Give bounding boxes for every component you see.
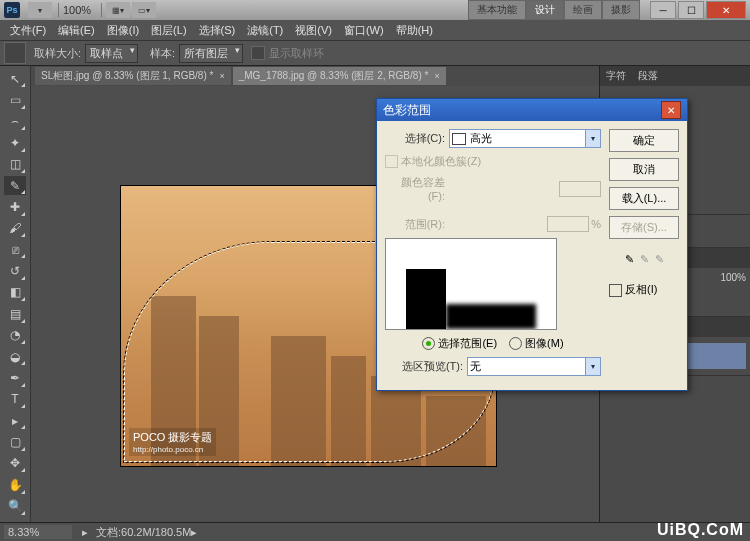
watermark: POCO 摄影专题http://photo.poco.cn bbox=[129, 428, 216, 456]
load-button[interactable]: 载入(L)... bbox=[609, 187, 679, 210]
save-button: 存储(S)... bbox=[609, 216, 679, 239]
blur-tool[interactable]: ◔ bbox=[4, 326, 26, 345]
mode-essentials[interactable]: 基本功能 bbox=[468, 0, 526, 20]
eyedropper-minus-icon[interactable]: ✎ bbox=[655, 253, 664, 266]
document-tabs: SL柜图.jpg @ 8.33% (图层 1, RGB/8) *× _MG_17… bbox=[31, 66, 599, 86]
gradient-tool[interactable]: ▤ bbox=[4, 304, 26, 323]
dodge-tool[interactable]: ◒ bbox=[4, 347, 26, 366]
quick-select-tool[interactable]: ✦ bbox=[4, 133, 26, 152]
mode-design[interactable]: 设计 bbox=[526, 0, 564, 20]
path-select-tool[interactable]: ▸ bbox=[4, 411, 26, 430]
show-ring-label: 显示取样环 bbox=[269, 46, 324, 61]
color-range-dialog: 色彩范围 ✕ 选择(C): 高光▾ 本地化颜色簇(Z) 颜色容差(F): 范围(… bbox=[376, 98, 688, 391]
workspace-switcher: 基本功能 设计 绘画 摄影 bbox=[468, 0, 640, 20]
selection-preview bbox=[385, 238, 557, 330]
move-tool[interactable]: ↖ bbox=[4, 69, 26, 88]
status-bar: 8.33% ▸ 文档:60.2M/180.5M▸ bbox=[0, 522, 750, 541]
sample-combo[interactable]: 所有图层 bbox=[179, 44, 243, 63]
app-logo: Ps bbox=[4, 2, 20, 18]
doc-tab-1[interactable]: SL柜图.jpg @ 8.33% (图层 1, RGB/8) *× bbox=[35, 67, 231, 85]
radio-image[interactable] bbox=[509, 337, 522, 350]
select-label: 选择(C): bbox=[385, 131, 445, 146]
lasso-tool[interactable]: ⌢ bbox=[4, 112, 26, 131]
arrange-icon[interactable]: ▦▾ bbox=[106, 2, 130, 18]
dialog-title: 色彩范围 bbox=[383, 102, 431, 119]
screen-mode-icon[interactable]: ▭▾ bbox=[132, 2, 156, 18]
menu-file[interactable]: 文件(F) bbox=[4, 23, 52, 38]
eyedropper-icon[interactable]: ✎ bbox=[625, 253, 634, 266]
menu-window[interactable]: 窗口(W) bbox=[338, 23, 390, 38]
range-input bbox=[547, 216, 589, 232]
current-tool-icon[interactable] bbox=[4, 42, 26, 64]
radio-selection[interactable] bbox=[422, 337, 435, 350]
menu-select[interactable]: 选择(S) bbox=[193, 23, 242, 38]
eyedropper-plus-icon[interactable]: ✎ bbox=[640, 253, 649, 266]
show-ring-checkbox[interactable] bbox=[251, 46, 265, 60]
3d-tool[interactable]: ✥ bbox=[4, 454, 26, 473]
healing-tool[interactable]: ✚ bbox=[4, 197, 26, 216]
invert-checkbox[interactable] bbox=[609, 284, 622, 297]
doc-tab-2[interactable]: _MG_1788.jpg @ 8.33% (图层 2, RGB/8) *× bbox=[233, 67, 446, 85]
fuzziness-input bbox=[559, 181, 601, 197]
range-label: 范围(R): bbox=[385, 217, 445, 232]
marquee-tool[interactable]: ▭ bbox=[4, 90, 26, 109]
hand-tool[interactable]: ✋ bbox=[4, 475, 26, 494]
doc-info[interactable]: 文档:60.2M/180.5M bbox=[96, 525, 191, 540]
dialog-close-button[interactable]: ✕ bbox=[661, 101, 681, 119]
brand-watermark: UiBQ.CoM bbox=[657, 521, 744, 539]
eraser-tool[interactable]: ◧ bbox=[4, 283, 26, 302]
ok-button[interactable]: 确定 bbox=[609, 129, 679, 152]
sample-size-combo[interactable]: 取样点 bbox=[85, 44, 138, 63]
mode-photography[interactable]: 摄影 bbox=[602, 0, 640, 20]
panel-tab-char[interactable]: 字符 bbox=[600, 69, 632, 83]
maximize-button[interactable]: ☐ bbox=[678, 1, 704, 19]
close-button[interactable]: ✕ bbox=[706, 1, 746, 19]
menu-filter[interactable]: 滤镜(T) bbox=[241, 23, 289, 38]
toolbox: ↖ ▭ ⌢ ✦ ◫ ✎ ✚ 🖌 ⎚ ↺ ◧ ▤ ◔ ◒ ✒ T ▸ ▢ ✥ ✋ … bbox=[0, 66, 31, 541]
mode-painting[interactable]: 绘画 bbox=[564, 0, 602, 20]
type-tool[interactable]: T bbox=[4, 390, 26, 409]
brush-tool[interactable]: 🖌 bbox=[4, 219, 26, 238]
select-combo[interactable]: 高光▾ bbox=[449, 129, 601, 148]
close-tab-icon[interactable]: × bbox=[219, 71, 224, 81]
menu-view[interactable]: 视图(V) bbox=[289, 23, 338, 38]
sample-label: 样本: bbox=[150, 46, 175, 61]
shape-tool[interactable]: ▢ bbox=[4, 432, 26, 451]
localize-checkbox bbox=[385, 155, 398, 168]
menu-help[interactable]: 帮助(H) bbox=[390, 23, 439, 38]
zoom-tool[interactable]: 🔍 bbox=[4, 497, 26, 516]
pen-tool[interactable]: ✒ bbox=[4, 368, 26, 387]
preview-combo[interactable]: 无▾ bbox=[467, 357, 601, 376]
close-tab-icon[interactable]: × bbox=[434, 71, 439, 81]
menu-bar: 文件(F) 编辑(E) 图像(I) 图层(L) 选择(S) 滤镜(T) 视图(V… bbox=[0, 20, 750, 41]
preview-label: 选区预览(T): bbox=[385, 359, 463, 374]
localize-label: 本地化颜色簇(Z) bbox=[401, 154, 481, 169]
dialog-titlebar[interactable]: 色彩范围 ✕ bbox=[377, 99, 687, 121]
stamp-tool[interactable]: ⎚ bbox=[4, 240, 26, 259]
fuzziness-label: 颜色容差(F): bbox=[385, 175, 445, 202]
minimize-button[interactable]: ─ bbox=[650, 1, 676, 19]
menu-image[interactable]: 图像(I) bbox=[101, 23, 145, 38]
zoom-indicator[interactable]: 100% bbox=[63, 4, 91, 16]
crop-tool[interactable]: ◫ bbox=[4, 155, 26, 174]
eyedropper-tool[interactable]: ✎ bbox=[4, 176, 26, 195]
app-titlebar: Ps ▾ 100% ▦▾ ▭▾ 基本功能 设计 绘画 摄影 ─ ☐ ✕ bbox=[0, 0, 750, 20]
menu-layer[interactable]: 图层(L) bbox=[145, 23, 192, 38]
menu-edit[interactable]: 编辑(E) bbox=[52, 23, 101, 38]
sample-size-label: 取样大小: bbox=[34, 46, 81, 61]
workspace-menu-icon[interactable]: ▾ bbox=[28, 2, 52, 18]
zoom-field[interactable]: 8.33% bbox=[4, 525, 72, 539]
history-brush-tool[interactable]: ↺ bbox=[4, 261, 26, 280]
cancel-button[interactable]: 取消 bbox=[609, 158, 679, 181]
panel-tab-para[interactable]: 段落 bbox=[632, 69, 664, 83]
options-bar: 取样大小: 取样点 样本: 所有图层 显示取样环 bbox=[0, 41, 750, 66]
